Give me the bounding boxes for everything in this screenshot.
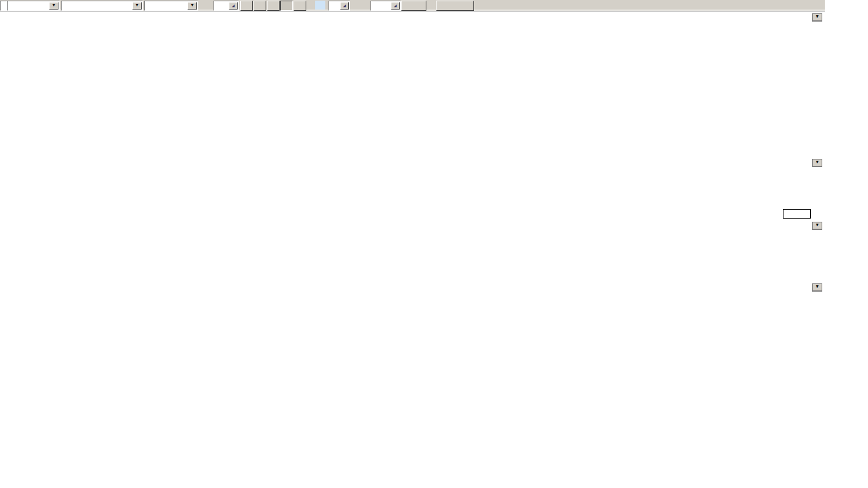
macd-pane-dropdown-button[interactable]: ▼ (812, 222, 822, 230)
chart-plot-area[interactable] (0, 0, 868, 366)
volume-multiplier-badge (783, 209, 811, 219)
price-pane-dropdown-button[interactable]: ▼ (812, 13, 822, 22)
volume-pane-dropdown-button[interactable]: ▼ (812, 159, 822, 167)
trading-app-window: ▼ ▼ ▼ ◢ ◢ ◢ (0, 0, 868, 488)
stoch-pane-dropdown-button[interactable]: ▼ (812, 283, 822, 292)
